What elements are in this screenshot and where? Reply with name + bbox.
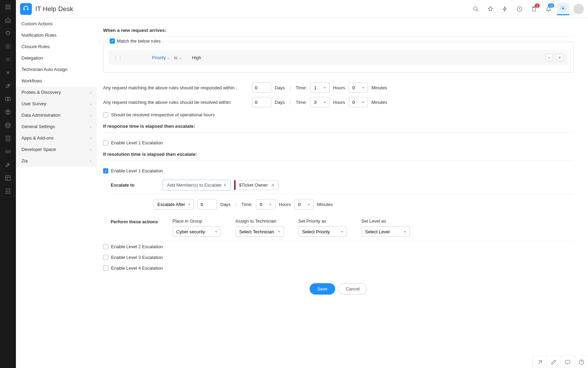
history-icon[interactable] bbox=[513, 3, 526, 15]
irrespective-label: Should be resolved irrespective of opera… bbox=[111, 112, 215, 117]
invoice-icon[interactable] bbox=[4, 135, 11, 142]
resolve-minutes-select[interactable]: 0 bbox=[349, 97, 368, 107]
resolution-l3-checkbox[interactable] bbox=[103, 255, 108, 260]
wrench-icon[interactable] bbox=[4, 161, 11, 168]
search-icon[interactable] bbox=[470, 3, 482, 15]
reports-icon[interactable] bbox=[4, 188, 11, 195]
resolution-l2-label: Enable Level 2 Escalation bbox=[111, 244, 163, 249]
sidebar-item-zia[interactable]: Zia› bbox=[16, 155, 97, 167]
database-icon[interactable] bbox=[4, 122, 11, 129]
settings-icon[interactable] bbox=[557, 3, 569, 15]
help-icon[interactable] bbox=[574, 356, 588, 368]
svg-rect-19 bbox=[565, 360, 570, 363]
zia-icon[interactable] bbox=[533, 356, 546, 368]
save-button[interactable]: Save bbox=[310, 283, 335, 295]
resolution-escalate-heading: If resolution time is elapsed then escal… bbox=[103, 148, 573, 161]
bug-icon[interactable] bbox=[4, 43, 11, 50]
svg-point-1 bbox=[8, 5, 8, 6]
response-l1-checkbox[interactable] bbox=[103, 140, 108, 145]
sidebar-item-dev-space[interactable]: Developer Space› bbox=[16, 144, 97, 155]
rocket-icon[interactable] bbox=[4, 82, 11, 89]
svg-point-0 bbox=[6, 5, 7, 6]
set-level-head: Set Level as bbox=[361, 218, 410, 224]
resolve-within-label: Any request matching the above rules sho… bbox=[103, 100, 248, 105]
remove-rule-button[interactable]: − bbox=[545, 54, 553, 61]
respond-within-label: Any request matching the above rules sho… bbox=[103, 85, 248, 90]
cancel-button[interactable]: Cancel bbox=[339, 283, 367, 295]
set-priority-head: Set Priority as bbox=[298, 218, 347, 224]
main-content: When a new request arrives: Match the be… bbox=[97, 18, 588, 368]
response-l1-label: Enable Level 1 Escalation bbox=[111, 140, 163, 145]
escalate-to-label: Escalate to bbox=[111, 182, 145, 188]
perform-actions-label: Perform these actions bbox=[111, 218, 158, 224]
sidebar-item-custom-actions[interactable]: Custom Actions bbox=[16, 18, 97, 29]
left-nav-rail bbox=[0, 0, 16, 368]
set-level-select[interactable]: Select Level bbox=[361, 226, 410, 237]
home-icon[interactable] bbox=[4, 17, 11, 24]
sidebar-item-closure-rules[interactable]: Closure Rules bbox=[16, 41, 97, 52]
handshake-icon[interactable] bbox=[4, 148, 11, 155]
app-logo bbox=[20, 3, 32, 15]
resolve-hours-select[interactable]: 3 bbox=[310, 97, 330, 107]
resolution-l1-checkbox[interactable] bbox=[103, 168, 108, 173]
escafter-hours-select[interactable]: 0 bbox=[256, 199, 275, 209]
clipboard-icon[interactable]: 3 bbox=[528, 3, 540, 15]
layout-icon[interactable] bbox=[4, 174, 11, 181]
svg-point-3 bbox=[6, 7, 7, 7]
drag-handle-icon[interactable]: ⋮⋮ bbox=[113, 55, 123, 60]
sidebar-item-workflows[interactable]: Workflows bbox=[16, 75, 97, 87]
place-group-select[interactable]: Cyber security bbox=[173, 226, 221, 237]
svg-point-10 bbox=[8, 85, 9, 86]
user-avatar[interactable] bbox=[573, 4, 584, 14]
svg-point-15 bbox=[474, 7, 477, 10]
sidebar-item-user-survey[interactable]: User Survey› bbox=[16, 98, 97, 109]
chat-icon[interactable] bbox=[560, 356, 574, 368]
escafter-days-input[interactable] bbox=[197, 199, 217, 209]
match-rules-checkbox[interactable] bbox=[110, 38, 115, 44]
respond-hours-select[interactable]: 1 bbox=[310, 82, 330, 93]
ticket-icon[interactable] bbox=[4, 30, 11, 37]
edit-icon[interactable] bbox=[546, 356, 560, 368]
rule-field-dropdown[interactable]: Priority ⌄ bbox=[152, 55, 170, 60]
add-members-button[interactable]: Add Member(s) to Escalate + bbox=[163, 180, 231, 190]
escafter-minutes-select[interactable]: 0 bbox=[294, 199, 314, 209]
rule-value[interactable]: High bbox=[186, 55, 201, 60]
assign-tech-head: Assign to Technician bbox=[236, 218, 284, 224]
svg-rect-13 bbox=[6, 176, 10, 180]
response-escalate-heading: If response time is elapsed then escalat… bbox=[103, 120, 573, 133]
sidebar-item-general-settings[interactable]: General Settings› bbox=[16, 121, 97, 132]
resolution-l3-label: Enable Level 3 Escalation bbox=[111, 255, 163, 260]
ticket-owner-tag: $Ticket Owner ✕ bbox=[234, 180, 278, 190]
resolution-l4-checkbox[interactable] bbox=[103, 266, 108, 271]
rule-op-dropdown[interactable]: is ⌄ bbox=[174, 55, 181, 60]
sidebar-item-notification-rules[interactable]: Notification Rules bbox=[16, 29, 97, 41]
rule-row: ⋮⋮ Priority ⌄ is ⌄ High − + bbox=[109, 50, 568, 65]
pin-icon[interactable] bbox=[484, 3, 497, 15]
set-priority-select[interactable]: Select Priority bbox=[298, 226, 347, 237]
svg-point-4 bbox=[8, 7, 8, 7]
bolt-icon[interactable] bbox=[499, 3, 511, 15]
settings-sidebar: Custom Actions Notification Rules Closur… bbox=[16, 18, 97, 368]
respond-minutes-select[interactable]: 0 bbox=[349, 82, 368, 93]
respond-days-input[interactable] bbox=[252, 82, 271, 93]
shuffle-icon[interactable] bbox=[4, 56, 11, 63]
sidebar-item-tech-auto-assign[interactable]: Technician Auto Assign bbox=[16, 64, 97, 75]
sidebar-item-data-admin[interactable]: Data Administration› bbox=[16, 109, 97, 121]
irrespective-checkbox[interactable] bbox=[103, 112, 108, 117]
resolve-days-input[interactable] bbox=[252, 97, 271, 107]
resolution-l1-label: Enable Level 1 Escalation bbox=[111, 168, 163, 173]
escalate-after-select[interactable]: Escalate After bbox=[154, 199, 194, 209]
tools-icon[interactable] bbox=[4, 69, 11, 76]
apps-grid-icon[interactable] bbox=[4, 3, 11, 10]
resolution-l2-checkbox[interactable] bbox=[103, 244, 108, 249]
remove-tag-icon[interactable]: ✕ bbox=[271, 183, 275, 188]
svg-point-18 bbox=[562, 8, 564, 9]
book-icon[interactable] bbox=[4, 96, 11, 102]
bell-icon[interactable]: 19 bbox=[542, 3, 555, 15]
sidebar-item-apps-addons[interactable]: Apps & Add-ons› bbox=[16, 132, 97, 144]
sidebar-item-delegation[interactable]: Delegation bbox=[16, 52, 97, 64]
sidebar-item-probes[interactable]: Probes & Discovery› bbox=[16, 87, 97, 98]
cube-icon[interactable] bbox=[4, 109, 11, 116]
assign-tech-select[interactable]: Select Technician bbox=[236, 226, 284, 237]
add-rule-button[interactable]: + bbox=[556, 54, 563, 61]
